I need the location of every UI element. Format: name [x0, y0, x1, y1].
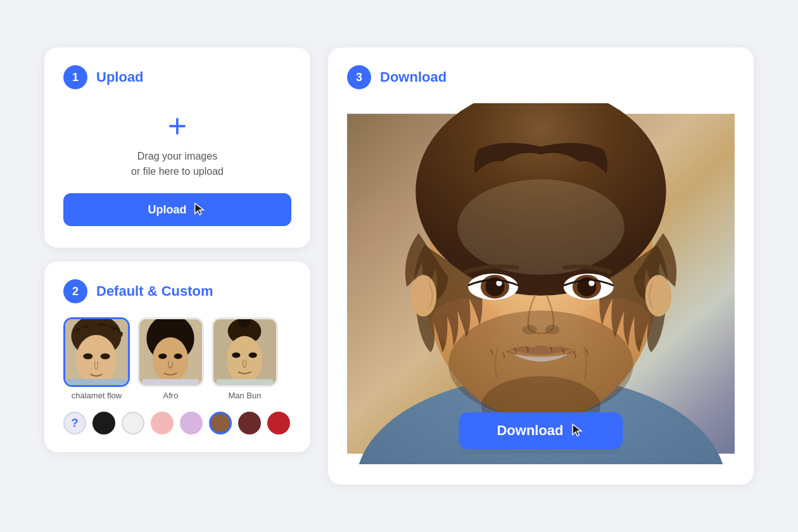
style-item-chalamet[interactable]: chalamet flow: [63, 317, 130, 400]
step-3-badge: 3: [347, 65, 371, 89]
swatch-red[interactable]: [267, 412, 290, 434]
cursor-icon: [193, 202, 207, 217]
svg-point-15: [227, 336, 263, 384]
svg-point-8: [153, 337, 189, 383]
svg-point-3: [83, 353, 92, 359]
svg-point-32: [588, 280, 594, 286]
preview-face-svg: [347, 103, 735, 464]
main-container: 1 Upload + Drag your images or file here…: [19, 22, 779, 510]
upload-area: + Drag your images or file here to uploa…: [63, 103, 291, 230]
download-card: 3 Download: [328, 48, 754, 484]
plus-icon: +: [168, 110, 187, 142]
svg-point-2: [76, 335, 117, 385]
svg-rect-18: [217, 379, 274, 384]
right-column: 3 Download: [328, 48, 754, 484]
svg-point-10: [174, 353, 182, 358]
svg-rect-5: [65, 379, 128, 384]
style-item-afro[interactable]: Afro: [137, 317, 204, 400]
swatch-white[interactable]: [122, 412, 144, 434]
upload-card-header: 1 Upload: [63, 65, 291, 89]
download-cursor-icon: [571, 423, 585, 438]
download-card-title: Download: [380, 69, 446, 86]
svg-point-24: [457, 179, 624, 275]
left-column: 1 Upload + Drag your images or file here…: [44, 48, 310, 452]
swatch-dark-maroon[interactable]: [238, 412, 261, 434]
style-item-manbun[interactable]: Man Bun: [212, 317, 278, 400]
styles-card-title: Default & Custom: [96, 283, 213, 300]
svg-point-4: [101, 353, 110, 359]
styles-grid: chalamet flow: [63, 317, 291, 400]
download-card-header: 3 Download: [347, 65, 735, 89]
swatch-question[interactable]: ?: [63, 412, 86, 434]
style-thumb-chalamet: [63, 317, 130, 387]
svg-rect-11: [142, 379, 200, 384]
style-thumb-manbun: [212, 317, 278, 387]
swatch-brown[interactable]: [209, 412, 232, 434]
style-label-manbun: Man Bun: [228, 391, 261, 400]
color-swatches: ?: [63, 412, 291, 434]
svg-point-9: [158, 353, 167, 358]
step-2-badge: 2: [63, 279, 87, 303]
svg-point-17: [249, 352, 257, 357]
preview-image-container: Download: [347, 103, 735, 467]
style-label-chalamet: chalamet flow: [72, 391, 122, 400]
download-button[interactable]: Download: [459, 412, 623, 449]
upload-button[interactable]: Upload: [63, 193, 291, 226]
style-label-afro: Afro: [163, 391, 179, 400]
upload-hint: Drag your images or file here to upload: [131, 149, 224, 179]
styles-card-header: 2 Default & Custom: [63, 279, 291, 303]
styles-card: 2 Default & Custom: [44, 262, 310, 452]
upload-card: 1 Upload + Drag your images or file here…: [44, 48, 310, 248]
style-thumb-afro: [137, 317, 204, 387]
svg-point-16: [232, 352, 240, 357]
upload-card-title: Upload: [96, 69, 144, 86]
step-1-badge: 1: [63, 65, 87, 89]
swatch-light-pink[interactable]: [151, 412, 174, 434]
swatch-lavender[interactable]: [180, 412, 203, 434]
swatch-black[interactable]: [92, 412, 115, 434]
